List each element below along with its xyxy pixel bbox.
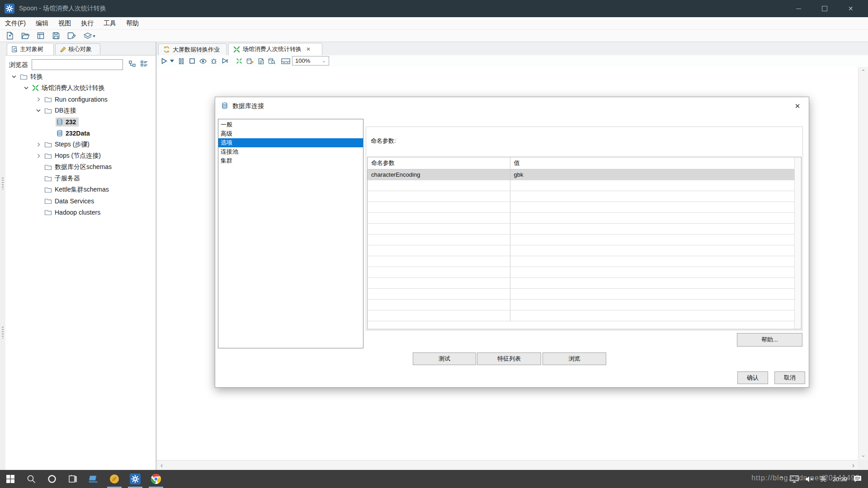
tab-core-objects[interactable]: 核心对象 <box>55 43 100 55</box>
tree-item[interactable]: 数据库分区schemas <box>5 161 156 173</box>
tab-job[interactable]: 大屏数据转换作业 <box>158 43 227 55</box>
empty-cell[interactable] <box>368 191 510 202</box>
action-center-icon[interactable] <box>854 475 862 483</box>
empty-cell[interactable] <box>510 267 795 277</box>
monitor-icon[interactable] <box>790 475 799 483</box>
dialog-nav-item[interactable]: 一般 <box>218 120 363 129</box>
empty-cell[interactable] <box>510 191 795 202</box>
speaker-muted-icon[interactable] <box>805 476 814 483</box>
table-row[interactable]: characterEncoding gbk <box>368 169 795 180</box>
table-empty-row[interactable] <box>368 299 795 310</box>
test-button[interactable]: 测试 <box>413 352 476 365</box>
impact-analysis-icon[interactable] <box>245 56 255 66</box>
column-header-value[interactable]: 值 <box>510 157 795 169</box>
table-empty-row[interactable] <box>368 245 795 256</box>
maximize-button[interactable] <box>811 0 837 17</box>
horizontal-scrollbar[interactable]: ‹ › <box>157 460 858 470</box>
list-view-icon[interactable] <box>140 60 148 67</box>
scroll-left-icon[interactable]: ‹ <box>160 461 163 469</box>
table-empty-row[interactable] <box>368 223 795 234</box>
empty-cell[interactable] <box>510 310 795 321</box>
vertical-scrollbar[interactable]: ⌃ ⌄ <box>858 67 868 460</box>
tree-item[interactable]: DB连接 <box>5 105 156 116</box>
table-empty-row[interactable] <box>368 267 795 277</box>
empty-cell[interactable] <box>510 180 795 191</box>
empty-cell[interactable] <box>510 223 795 234</box>
empty-cell[interactable] <box>368 223 510 234</box>
empty-cell[interactable] <box>368 310 510 321</box>
navicat-icon[interactable] <box>104 470 125 488</box>
explore-repository-icon[interactable] <box>35 31 46 41</box>
tray-clock[interactable]: 20:39 <box>832 476 847 483</box>
chrome-icon[interactable] <box>146 470 166 488</box>
tree-item[interactable]: Hadoop clusters <box>5 206 156 218</box>
empty-cell[interactable] <box>368 288 510 299</box>
dialog-nav-item[interactable]: 连接池 <box>218 147 363 156</box>
zoom-select[interactable]: 100% ⌄ <box>292 56 329 66</box>
empty-cell[interactable] <box>510 245 795 256</box>
empty-cell[interactable] <box>510 277 795 288</box>
spoon-taskbar-icon[interactable] <box>125 470 146 488</box>
empty-cell[interactable] <box>510 234 795 245</box>
tray-chevron-up-icon[interactable]: ⌃ <box>779 476 783 482</box>
debug-icon[interactable] <box>209 56 218 66</box>
show-results-icon[interactable] <box>280 56 292 66</box>
empty-cell[interactable] <box>510 212 795 223</box>
table-empty-row[interactable] <box>368 202 795 212</box>
chevron-right-icon[interactable] <box>33 154 43 158</box>
dialog-nav-item[interactable]: 高级 <box>218 129 363 138</box>
empty-cell[interactable] <box>368 212 510 223</box>
tree-item[interactable]: Data Services <box>5 195 156 206</box>
search-icon[interactable] <box>21 470 42 488</box>
feature-list-button[interactable]: 特征列表 <box>477 352 541 365</box>
sash-grip[interactable] <box>2 178 4 189</box>
menu-item[interactable]: 工具 <box>99 17 121 29</box>
tree-item[interactable]: Hops (节点连接) <box>5 150 156 161</box>
tab-close-icon[interactable]: ✕ <box>306 46 311 52</box>
chevron-right-icon[interactable] <box>33 142 43 147</box>
new-file-icon[interactable] <box>5 31 15 41</box>
perspectives-icon[interactable]: ▾ <box>81 31 98 41</box>
column-header-parameter[interactable]: 命名参数 <box>368 157 510 169</box>
empty-cell[interactable] <box>510 288 795 299</box>
save-icon[interactable] <box>51 31 61 41</box>
empty-cell[interactable] <box>368 180 510 191</box>
tree-item[interactable]: Steps (步骤) <box>5 139 156 150</box>
scroll-up-icon[interactable]: ⌃ <box>861 69 865 75</box>
table-empty-row[interactable] <box>368 288 795 299</box>
empty-cell[interactable] <box>368 267 510 277</box>
tree-search-input[interactable] <box>32 59 123 70</box>
close-button[interactable]: ✕ <box>838 0 863 17</box>
language-indicator[interactable]: 英 <box>820 475 826 483</box>
empty-cell[interactable] <box>368 256 510 267</box>
expand-connections-icon[interactable] <box>128 60 137 67</box>
parameter-value-cell[interactable]: gbk <box>510 169 795 180</box>
empty-cell[interactable] <box>510 256 795 267</box>
preview-icon[interactable] <box>198 56 208 66</box>
explore-database-icon[interactable] <box>267 56 276 66</box>
table-empty-row[interactable] <box>368 234 795 245</box>
menu-item[interactable]: 视图 <box>53 17 76 29</box>
replay-icon[interactable] <box>220 56 229 66</box>
run-icon[interactable] <box>160 56 169 66</box>
menu-item[interactable]: 帮助 <box>121 17 144 29</box>
dialog-close-icon[interactable]: ✕ <box>793 101 802 111</box>
browse-button[interactable]: 浏览 <box>542 352 606 365</box>
get-sql-icon[interactable] <box>256 56 265 66</box>
table-empty-row[interactable] <box>368 212 795 223</box>
ok-button[interactable]: 确认 <box>737 371 768 384</box>
verify-transformation-icon[interactable] <box>235 56 244 66</box>
empty-cell[interactable] <box>368 202 510 212</box>
chevron-down-icon[interactable] <box>21 86 31 89</box>
stop-icon[interactable] <box>188 56 197 66</box>
table-scrollbar[interactable] <box>794 157 801 329</box>
pause-icon[interactable] <box>177 56 186 66</box>
parameter-name-cell[interactable]: characterEncoding <box>368 169 510 180</box>
cancel-button[interactable]: 取消 <box>774 371 805 384</box>
open-file-icon[interactable] <box>20 31 31 41</box>
table-empty-row[interactable] <box>368 310 795 321</box>
left-sash[interactable] <box>0 42 5 470</box>
tab-transformation[interactable]: 场馆消费人次统计转换 ✕ <box>228 43 322 55</box>
empty-cell[interactable] <box>368 234 510 245</box>
table-empty-row[interactable] <box>368 191 795 202</box>
